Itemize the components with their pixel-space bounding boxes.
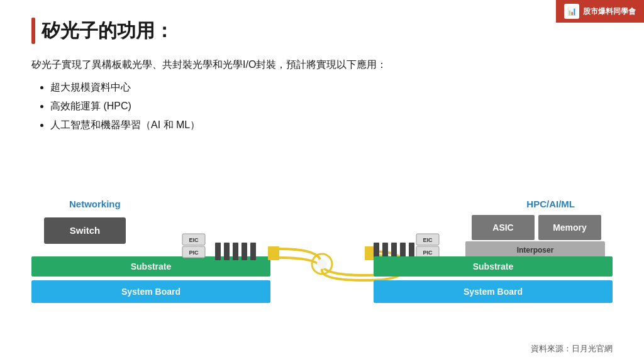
left-pic-text: PIC xyxy=(189,250,199,256)
switch-text: Switch xyxy=(70,225,100,236)
left-substrate-text: Substrate xyxy=(131,261,172,272)
right-substrate-text: Substrate xyxy=(473,261,514,272)
logo-bar: 📊 股市爆料同學會 xyxy=(556,0,644,23)
title-accent-bar xyxy=(31,18,35,44)
networking-label: Networking xyxy=(69,199,121,209)
title-row: 矽光子的功用： xyxy=(31,18,613,44)
intro-text: 矽光子實現了異構板載光學、共封裝光學和光學I/O封裝，預計將實現以下應用： xyxy=(31,57,613,73)
bullet-list: 超大規模資料中心 高效能運算 (HPC) 人工智慧和機器學習（AI 和 ML） xyxy=(31,78,613,135)
right-eic-text: EIC xyxy=(423,237,433,243)
diagram-area: Networking HPC/AI/ML Switch Substrate Sy… xyxy=(31,199,613,337)
left-eic-text: EIC xyxy=(189,237,199,243)
optical-circle-inner xyxy=(317,259,327,269)
diagram-svg: Switch Substrate System Board EIC PIC xyxy=(31,212,613,332)
left-pin-1 xyxy=(215,243,221,260)
asic-text: ASIC xyxy=(492,222,513,233)
bullet-item-1: 超大規模資料中心 xyxy=(50,78,613,97)
main-content: 矽光子的功用： 矽光子實現了異構板載光學、共封裝光學和光學I/O封裝，預計將實現… xyxy=(0,0,644,148)
left-connector xyxy=(268,246,279,260)
bullet-item-3: 人工智慧和機器學習（AI 和 ML） xyxy=(50,116,613,134)
logo-text: 股市爆料同學會 xyxy=(583,6,636,17)
page-title: 矽光子的功用： xyxy=(42,18,174,44)
interposer-text: Interposer xyxy=(517,246,554,255)
left-sysboard-text: System Board xyxy=(121,287,180,297)
left-pin-2 xyxy=(224,243,230,260)
logo-icon: 📊 xyxy=(564,4,579,19)
left-pin-3 xyxy=(233,243,238,260)
left-pin-4 xyxy=(242,243,247,260)
memory-text: Memory xyxy=(553,222,587,233)
right-pic-text: PIC xyxy=(423,250,433,256)
source-attribution: 資料來源：日月光官網 xyxy=(531,343,613,354)
hpcaiml-label: HPC/AI/ML xyxy=(526,199,575,209)
bullet-item-2: 高效能運算 (HPC) xyxy=(50,97,613,116)
left-pin-5 xyxy=(250,243,256,260)
right-sysboard-text: System Board xyxy=(464,287,523,297)
